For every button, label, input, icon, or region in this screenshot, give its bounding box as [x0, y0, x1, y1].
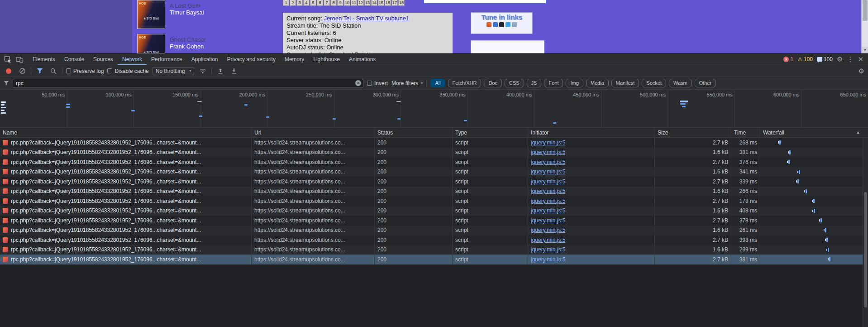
filter-pill-img[interactable]: Img [566, 79, 583, 87]
tab-elements[interactable]: Elements [28, 54, 60, 65]
column-header-status[interactable]: Status [375, 128, 453, 137]
initiator-link[interactable]: jquery.min.js:5 [531, 246, 565, 253]
page-button[interactable]: 8 [330, 0, 337, 6]
disable-cache-checkbox[interactable]: Disable cache [107, 68, 148, 74]
tab-application[interactable]: Application [187, 54, 223, 65]
more-options-icon[interactable]: ⋮ [847, 55, 854, 63]
page-button[interactable]: 9 [337, 0, 343, 6]
filter-pill-all[interactable]: All [430, 79, 445, 87]
network-conditions-icon[interactable] [198, 66, 208, 76]
filter-pill-font[interactable]: Font [544, 79, 563, 87]
overview[interactable]: 50,000 ms100,000 ms150,000 ms200,000 ms2… [0, 90, 868, 128]
search-icon[interactable] [48, 66, 58, 76]
tab-animations[interactable]: Animations [344, 54, 380, 65]
tab-network[interactable]: Network [118, 54, 147, 65]
album-title[interactable]: A Lost Gem [170, 2, 200, 9]
table-scrollbar[interactable] [863, 138, 868, 327]
initiator-link[interactable]: jquery.min.js:5 [531, 256, 565, 263]
album-art[interactable]: HOE e SID Stati [137, 34, 165, 53]
column-header-size[interactable]: Size [655, 128, 731, 137]
filter-input[interactable] [13, 80, 355, 87]
filter-pill-manifest[interactable]: Manifest [611, 79, 639, 87]
preserve-log-checkbox[interactable]: Preserve log [66, 68, 104, 74]
error-count-badge[interactable]: ✕1 [783, 56, 793, 63]
initiator-link[interactable]: jquery.min.js:5 [531, 227, 565, 233]
filter-pill-other[interactable]: Other [695, 79, 716, 87]
page-button[interactable]: 2 [290, 0, 296, 6]
issues-count-badge[interactable]: 100 [817, 56, 833, 63]
network-settings-gear-icon[interactable]: ⚙ [858, 67, 864, 75]
table-scrollbar-thumb[interactable] [864, 192, 867, 308]
table-row[interactable]: rpc.php?callback=jQuery19101855824332801… [0, 206, 868, 216]
filter-pill-wasm[interactable]: Wasm [669, 79, 692, 87]
tab-lighthouse[interactable]: Lighthouse [309, 54, 344, 65]
import-har-button[interactable] [215, 66, 225, 76]
column-header-type[interactable]: Type [453, 128, 528, 137]
page-button[interactable]: 6 [317, 0, 323, 6]
table-row[interactable]: rpc.php?callback=jQuery19101855824332801… [0, 138, 868, 148]
toggle-device-toolbar-icon[interactable] [14, 54, 25, 65]
page-button[interactable]: 15 [378, 0, 384, 6]
initiator-link[interactable]: jquery.min.js:5 [531, 168, 565, 175]
settings-gear-icon[interactable]: ⚙ [837, 55, 843, 63]
tab-console[interactable]: Console [60, 54, 89, 65]
initiator-link[interactable]: jquery.min.js:5 [531, 217, 565, 224]
explorer-icon[interactable] [506, 22, 510, 27]
initiator-link[interactable]: jquery.min.js:5 [531, 198, 565, 204]
tab-privacy-and-security[interactable]: Privacy and security [223, 54, 280, 65]
initiator-link[interactable]: jquery.min.js:5 [531, 188, 565, 194]
export-har-button[interactable] [229, 66, 239, 76]
initiator-link[interactable]: jquery.min.js:5 [531, 207, 565, 214]
record-network-log-button[interactable] [4, 66, 14, 76]
page-button[interactable]: 7 [324, 0, 330, 6]
sort-arrow-icon[interactable]: ▲ [856, 130, 860, 135]
current-song-link[interactable]: Jeroen Tel - Smash TV subtune1 [324, 15, 409, 22]
initiator-link[interactable]: jquery.min.js:5 [531, 178, 565, 185]
page-button[interactable]: 11 [351, 0, 357, 6]
column-header-time[interactable]: Time [731, 128, 760, 137]
filter-pill-socket[interactable]: Socket [642, 79, 666, 87]
filter-pill-media[interactable]: Media [586, 79, 609, 87]
tab-sources[interactable]: Sources [89, 54, 118, 65]
winamp-icon[interactable] [486, 22, 491, 27]
column-header-initiator[interactable]: Initiator [528, 128, 655, 137]
column-header-name[interactable]: Name [0, 128, 252, 137]
page-button[interactable]: 14 [371, 0, 377, 6]
table-row[interactable]: rpc.php?callback=jQuery19101855824332801… [0, 187, 868, 197]
filter-pill-doc[interactable]: Doc [484, 79, 502, 87]
page-button[interactable]: 17 [391, 0, 398, 6]
filter-pill-fetch-xhr[interactable]: Fetch/XHR [448, 79, 482, 87]
clear-filter-icon[interactable]: ✕ [355, 80, 361, 86]
initiator-link[interactable]: jquery.min.js:5 [531, 237, 565, 243]
filter-toggle-button[interactable] [35, 66, 45, 76]
page-button[interactable]: 16 [385, 0, 391, 6]
page-button[interactable]: 3 [296, 0, 303, 6]
warning-count-badge[interactable]: ⚠100 [797, 56, 813, 63]
throttling-select[interactable]: No throttling▾ [153, 67, 195, 75]
table-row[interactable]: rpc.php?callback=jQuery19101855824332801… [0, 245, 868, 255]
monitor-icon[interactable] [499, 22, 504, 27]
clear-network-log-button[interactable] [17, 66, 27, 76]
quicktime-icon[interactable] [512, 22, 517, 27]
table-row[interactable]: rpc.php?callback=jQuery19101855824332801… [0, 196, 868, 206]
tab-performance[interactable]: Performance [147, 54, 187, 65]
column-header-waterfall[interactable]: Waterfall▲ [760, 128, 863, 137]
album-art[interactable]: HOE e SID Stati [137, 0, 165, 29]
invert-checkbox[interactable]: Invert [367, 80, 388, 87]
page-button[interactable]: 12 [358, 0, 364, 6]
table-row[interactable]: rpc.php?callback=jQuery19101855824332801… [0, 226, 868, 236]
page-scrollbar[interactable]: ▼ [861, 0, 868, 53]
page-button[interactable]: 10 [344, 0, 350, 6]
table-row[interactable]: rpc.php?callback=jQuery19101855824332801… [0, 235, 868, 245]
scroll-down-arrow-icon[interactable]: ▼ [862, 47, 868, 53]
close-devtools-icon[interactable]: ✕ [858, 55, 863, 63]
more-filters-dropdown[interactable]: More filters▾ [391, 80, 423, 87]
initiator-link[interactable]: jquery.min.js:5 [531, 139, 565, 146]
column-header-url[interactable]: Url [252, 128, 375, 137]
filter-input-wrap[interactable]: ✕ [13, 79, 363, 87]
table-row[interactable]: rpc.php?callback=jQuery19101855824332801… [0, 148, 868, 158]
filter-pill-js[interactable]: JS [527, 79, 542, 87]
page-scrollbar-thumb[interactable] [863, 0, 868, 21]
initiator-link[interactable]: jquery.min.js:5 [531, 159, 565, 165]
table-row[interactable]: rpc.php?callback=jQuery19101855824332801… [0, 157, 868, 167]
